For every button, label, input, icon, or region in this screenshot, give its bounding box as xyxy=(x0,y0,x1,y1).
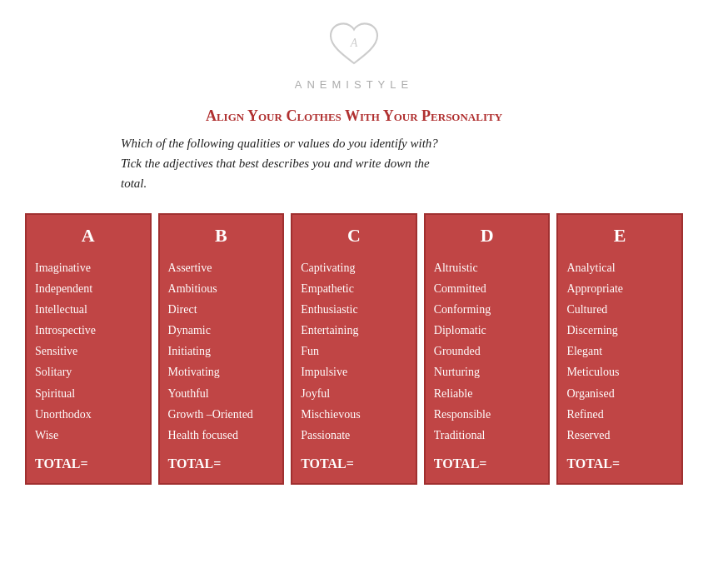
column-D: DAltruisticCommittedConformingDiplomatic… xyxy=(424,213,551,485)
list-item: Entertaining xyxy=(301,321,407,340)
list-item: Diplomatic xyxy=(434,321,541,340)
list-item: Empathetic xyxy=(301,279,407,298)
column-B-header: B xyxy=(168,225,275,247)
list-item: Nurturing xyxy=(434,362,541,381)
list-item: Meticulous xyxy=(566,362,673,381)
column-D-total: TOTAL= xyxy=(434,456,541,471)
list-item: Imaginative xyxy=(35,258,142,277)
column-D-header: D xyxy=(434,225,541,247)
column-E-items: AnalyticalAppropriateCulturedDiscerningE… xyxy=(566,258,673,445)
list-item: Mischievous xyxy=(301,405,407,424)
column-C: CCaptivatingEmpatheticEnthusiasticEntert… xyxy=(291,213,417,485)
list-item: Committed xyxy=(434,279,541,298)
brand-name: ANEMISTYLE xyxy=(295,78,413,91)
list-item: Initiating xyxy=(168,341,275,361)
list-item: Conforming xyxy=(434,300,541,319)
list-item: Growth –Oriented xyxy=(168,405,275,424)
list-item: Intellectual xyxy=(35,300,142,319)
list-item: Solitary xyxy=(35,362,142,381)
column-D-items: AltruisticCommittedConformingDiplomaticG… xyxy=(434,258,541,445)
list-item: Dynamic xyxy=(168,321,275,340)
list-item: Refined xyxy=(566,405,673,424)
column-A-header: A xyxy=(35,225,142,247)
list-item: Sensitive xyxy=(35,341,142,361)
list-item: Impulsive xyxy=(301,362,407,381)
column-B-items: AssertiveAmbitiousDirectDynamicInitiatin… xyxy=(168,258,275,445)
list-item: Responsible xyxy=(434,405,541,424)
list-item: Unorthodox xyxy=(35,405,142,424)
list-item: Grounded xyxy=(434,341,541,361)
column-A-total: TOTAL= xyxy=(35,456,142,471)
column-B-total: TOTAL= xyxy=(168,456,275,471)
intro-description: Which of the following qualities or valu… xyxy=(121,133,587,193)
column-E-header: E xyxy=(566,225,673,247)
list-item: Wise xyxy=(35,426,142,445)
intro-title: Align Your Clothes With Your Personality xyxy=(121,107,587,125)
list-item: Organised xyxy=(566,384,673,403)
list-item: Altruistic xyxy=(434,258,541,277)
list-item: Health focused xyxy=(168,426,275,445)
logo-icon: A xyxy=(325,17,383,75)
list-item: Assertive xyxy=(168,258,275,277)
list-item: Cultured xyxy=(566,300,673,319)
list-item: Youthful xyxy=(168,384,275,403)
list-item: Introspective xyxy=(35,321,142,340)
list-item: Analytical xyxy=(566,258,673,277)
list-item: Spiritual xyxy=(35,384,142,403)
list-item: Enthusiastic xyxy=(301,300,407,319)
list-item: Direct xyxy=(168,300,275,319)
columns-container: AImaginativeIndependentIntellectualIntro… xyxy=(25,213,683,485)
column-A: AImaginativeIndependentIntellectualIntro… xyxy=(25,213,152,485)
column-C-header: C xyxy=(301,225,407,247)
list-item: Discerning xyxy=(566,321,673,340)
list-item: Motivating xyxy=(168,362,275,381)
list-item: Captivating xyxy=(301,258,407,277)
column-B: BAssertiveAmbitiousDirectDynamicInitiati… xyxy=(158,213,285,485)
list-item: Independent xyxy=(35,279,142,298)
column-C-items: CaptivatingEmpatheticEnthusiasticEnterta… xyxy=(301,258,407,445)
list-item: Appropriate xyxy=(566,279,673,298)
list-item: Reliable xyxy=(434,384,541,403)
list-item: Reserved xyxy=(566,426,673,445)
list-item: Elegant xyxy=(566,341,673,361)
list-item: Joyful xyxy=(301,384,407,403)
list-item: Fun xyxy=(301,341,407,361)
page-wrapper: A ANEMISTYLE Align Your Clothes With You… xyxy=(0,0,708,510)
column-A-items: ImaginativeIndependentIntellectualIntros… xyxy=(35,258,142,445)
column-E-total: TOTAL= xyxy=(566,456,673,471)
list-item: Traditional xyxy=(434,426,541,445)
svg-text:A: A xyxy=(350,37,358,49)
list-item: Passionate xyxy=(301,426,407,445)
intro-section: Align Your Clothes With Your Personality… xyxy=(121,107,587,193)
column-E: EAnalyticalAppropriateCulturedDiscerning… xyxy=(556,213,683,485)
header: A ANEMISTYLE xyxy=(25,17,683,91)
column-C-total: TOTAL= xyxy=(301,456,407,471)
list-item: Ambitious xyxy=(168,279,275,298)
